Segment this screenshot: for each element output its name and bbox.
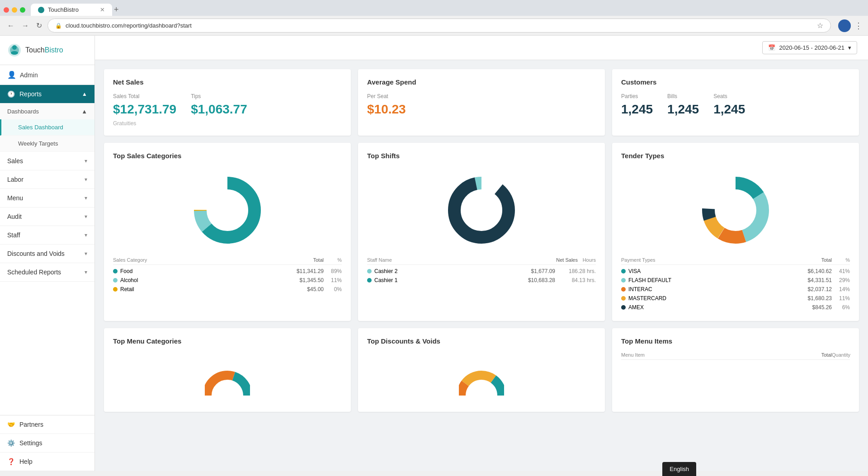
net-sales-title: Net Sales — [113, 78, 342, 86]
staff-label: Staff — [7, 231, 20, 239]
mastercard-total: $1,680.23 — [791, 295, 832, 302]
forward-button[interactable]: → — [20, 20, 31, 32]
top-discounts-voids-card: Top Discounts & Voids — [358, 328, 605, 412]
tips-label: Tips — [191, 93, 247, 99]
date-range-chevron-icon: ▾ — [848, 44, 851, 51]
sidebar-item-audit[interactable]: Audit ▾ — [0, 207, 94, 226]
col-payment-types: Payment Types — [621, 257, 791, 263]
svg-point-10 — [461, 190, 502, 231]
retail-total: $45.00 — [283, 286, 324, 292]
col-menu-total: Total — [791, 352, 832, 358]
scheduled-chevron-icon: ▾ — [85, 269, 87, 275]
per-seat-value: $10.23 — [367, 102, 596, 117]
food-total: $11,341.29 — [283, 268, 324, 274]
dashboards-label: Dashboards — [7, 108, 39, 115]
col-staff-name: Staff Name — [367, 257, 537, 263]
tender-types-donut — [699, 174, 772, 246]
minimize-button[interactable] — [12, 7, 17, 13]
average-spend-card: Average Spend Per Seat $10.23 — [358, 69, 605, 136]
metric-cards-row: Net Sales Sales Total $12,731.79 Tips $1… — [104, 69, 859, 136]
menu-categories-chart — [113, 352, 342, 403]
visa-pct: 41% — [832, 268, 850, 274]
sales-chevron-icon: ▾ — [85, 158, 87, 164]
col-menu-item: Menu Item — [621, 352, 791, 358]
col-hours: Hours — [578, 257, 596, 263]
sidebar-item-settings[interactable]: ⚙️ Settings — [0, 434, 94, 452]
sidebar-item-sales-dashboard[interactable]: Sales Dashboard — [0, 119, 94, 136]
tender-types-title: Tender Types — [621, 152, 850, 160]
sales-total-label: Sales Total — [113, 93, 176, 99]
sidebar-navigation: 🕐 Reports ▲ Dashboards ▲ Sales Dashboard… — [0, 85, 94, 415]
col-pct-header: % — [324, 257, 342, 263]
flash-dot — [621, 278, 626, 283]
interac-total: $2,037.12 — [791, 286, 832, 292]
dashboards-chevron-icon: ▲ — [81, 108, 87, 115]
top-sales-categories-card: Top Sales Categories — [104, 143, 351, 321]
cashier1-sales: $10,683.28 — [514, 277, 555, 283]
labor-label: Labor — [7, 176, 24, 183]
seats-label: Seats — [713, 93, 745, 99]
scheduled-label: Scheduled Reports — [7, 269, 61, 276]
active-tab[interactable]: TouchBistro ✕ — [31, 4, 112, 16]
tab-close-button[interactable]: ✕ — [100, 6, 105, 13]
col-quantity: Quantity — [832, 352, 850, 358]
table-row: FLASH DEFAULT $4,331.51 29% — [621, 276, 850, 285]
bottom-charts-row: Top Menu Categories Top Discounts & Void… — [104, 328, 859, 412]
maximize-button[interactable] — [20, 7, 25, 13]
tender-types-card: Tender Types — [612, 143, 859, 321]
sidebar-item-scheduled[interactable]: Scheduled Reports ▾ — [0, 263, 94, 282]
address-bar[interactable]: 🔒 cloud.touchbistro.com/reporting/dashbo… — [47, 19, 831, 33]
mastercard-pct: 11% — [832, 295, 850, 302]
food-name: Food — [120, 268, 283, 274]
close-button[interactable] — [4, 7, 9, 13]
table-row: Cashier 2 $1,677.09 186.28 hrs. — [367, 267, 596, 276]
new-tab-button[interactable]: + — [114, 5, 119, 14]
discounts-label: Discounts and Voids — [7, 250, 65, 257]
profile-avatar[interactable] — [838, 19, 851, 32]
sidebar-item-partners[interactable]: 🤝 Partners — [0, 415, 94, 434]
sidebar-item-sales[interactable]: Sales ▾ — [0, 152, 94, 170]
sidebar-item-help[interactable]: ❓ Help — [0, 452, 94, 471]
reports-icon: 🕐 — [7, 90, 15, 98]
sales-categories-table: Sales Category Total % Food $11,341.29 8… — [113, 257, 342, 294]
tips-group: Tips $1,063.77 — [191, 93, 247, 117]
menu-categories-donut-partial — [205, 359, 250, 396]
top-menu-items-title: Top Menu Items — [621, 337, 850, 345]
col-tender-pct: % — [832, 257, 850, 263]
top-discounts-title: Top Discounts & Voids — [367, 337, 596, 345]
top-sales-title: Top Sales Categories — [113, 152, 342, 160]
top-shifts-chart — [367, 167, 596, 254]
sidebar-item-discounts[interactable]: Discounts and Voids ▾ — [0, 245, 94, 263]
per-seat-group: Per Seat $10.23 — [367, 93, 596, 117]
top-shifts-table: Staff Name Net Sales Hours Cashier 2 $1,… — [367, 257, 596, 285]
sidebar-item-weekly-targets[interactable]: Weekly Targets — [0, 136, 94, 152]
top-menu-categories-title: Top Menu Categories — [113, 337, 342, 345]
sidebar-item-menu[interactable]: Menu ▾ — [0, 189, 94, 207]
weekly-targets-label: Weekly Targets — [18, 140, 58, 147]
sidebar-item-labor[interactable]: Labor ▾ — [0, 170, 94, 189]
browser-menu-icon[interactable]: ⋮ — [854, 21, 863, 31]
refresh-button[interactable]: ↻ — [34, 19, 44, 32]
flash-pct: 29% — [832, 277, 850, 283]
shifts-header: Staff Name Net Sales Hours — [367, 257, 596, 265]
sidebar-footer: 🤝 Partners ⚙️ Settings ❓ Help — [0, 415, 94, 471]
flash-total: $4,331.51 — [791, 277, 832, 283]
language-badge[interactable]: English — [662, 462, 696, 471]
bookmark-icon[interactable]: ☆ — [817, 21, 823, 30]
col-net-sales: Net Sales — [537, 257, 578, 263]
svg-point-3 — [11, 51, 18, 55]
sales-categories-chart — [113, 167, 342, 254]
sidebar-item-staff[interactable]: Staff ▾ — [0, 226, 94, 245]
user-icon: 👤 — [7, 71, 16, 79]
partners-label: Partners — [19, 421, 43, 428]
traffic-lights — [4, 7, 25, 13]
amex-name: AMEX — [628, 304, 791, 311]
cashier2-dot — [367, 269, 372, 273]
menu-chevron-icon: ▾ — [85, 195, 87, 201]
sidebar-item-reports[interactable]: 🕐 Reports ▲ — [0, 85, 94, 104]
date-range-button[interactable]: 📅 2020-06-15 - 2020-06-21 ▾ — [762, 41, 857, 54]
dashboard-grid: Net Sales Sales Total $12,731.79 Tips $1… — [95, 60, 868, 421]
dashboards-section-header[interactable]: Dashboards ▲ — [0, 104, 94, 119]
back-button[interactable]: ← — [5, 20, 16, 32]
svg-point-7 — [207, 190, 248, 231]
